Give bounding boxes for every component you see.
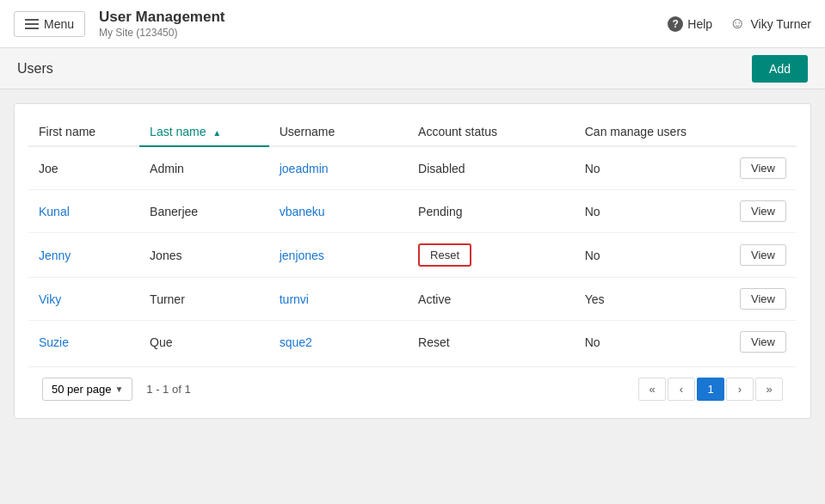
user-menu[interactable]: ☺ Viky Turner bbox=[730, 15, 811, 33]
cell-firstname: Kunal bbox=[28, 190, 139, 233]
table-header: First name Last name ▲ Username Account … bbox=[28, 118, 797, 146]
table-row: VikyTurnerturnviActiveYesView bbox=[28, 278, 797, 321]
col-header-status[interactable]: Account status bbox=[408, 118, 575, 146]
cell-status: Disabled bbox=[408, 146, 575, 190]
username-link[interactable]: sque2 bbox=[280, 335, 312, 349]
cell-status: Reset bbox=[408, 321, 575, 364]
cell-lastname: Jones bbox=[139, 233, 269, 278]
current-page-button[interactable]: 1 bbox=[697, 378, 724, 401]
table-row: SuzieQuesque2ResetNoView bbox=[28, 321, 797, 364]
username-link[interactable]: vbaneku bbox=[280, 205, 325, 218]
cell-lastname: Turner bbox=[139, 278, 269, 321]
cell-action: View bbox=[723, 278, 797, 321]
pagination-controls: « ‹ 1 › » bbox=[638, 378, 783, 401]
cell-action: View bbox=[723, 321, 797, 364]
username-link[interactable]: jenjones bbox=[280, 249, 324, 262]
view-button[interactable]: View bbox=[740, 157, 786, 179]
reset-status-button[interactable]: Reset bbox=[418, 243, 471, 267]
user-icon: ☺ bbox=[730, 15, 745, 33]
footer-left: 50 per page ▼ 1 - 1 of 1 bbox=[42, 378, 191, 401]
col-header-lastname[interactable]: Last name ▲ bbox=[139, 118, 269, 146]
pagination-info: 1 - 1 of 1 bbox=[146, 383, 190, 396]
cell-status: Pending bbox=[408, 190, 575, 233]
cell-username: joeadmin bbox=[269, 146, 408, 190]
table-row: KunalBanerjeevbanekuPendingNoView bbox=[28, 190, 797, 233]
top-bar-right: ? Help ☺ Viky Turner bbox=[668, 15, 811, 33]
firstname-link[interactable]: Kunal bbox=[39, 205, 70, 218]
firstname-link[interactable]: Viky bbox=[39, 292, 61, 306]
cell-manage: No bbox=[575, 146, 723, 190]
view-button[interactable]: View bbox=[740, 288, 786, 310]
sort-arrow-icon: ▲ bbox=[212, 128, 221, 138]
prev-page-button[interactable]: ‹ bbox=[668, 378, 695, 401]
page-title: Users bbox=[17, 61, 53, 77]
last-page-button[interactable]: » bbox=[755, 378, 783, 401]
cell-username: jenjones bbox=[269, 233, 408, 278]
per-page-select[interactable]: 50 per page ▼ bbox=[42, 378, 132, 401]
page-header: Users Add bbox=[0, 48, 825, 89]
add-button[interactable]: Add bbox=[752, 55, 808, 83]
site-info: User Management My Site (123450) bbox=[99, 8, 225, 40]
first-page-button[interactable]: « bbox=[638, 378, 666, 401]
cell-action: View bbox=[723, 233, 797, 278]
table-footer: 50 per page ▼ 1 - 1 of 1 « ‹ 1 › » bbox=[28, 366, 797, 404]
main-content: First name Last name ▲ Username Account … bbox=[0, 89, 825, 433]
cell-username: vbaneku bbox=[269, 190, 408, 233]
top-bar-left: Menu User Management My Site (123450) bbox=[14, 8, 225, 40]
user-name: Viky Turner bbox=[750, 17, 811, 31]
table-row: JennyJonesjenjonesResetNoView bbox=[28, 233, 797, 278]
cell-status: Active bbox=[408, 278, 575, 321]
cell-manage: No bbox=[575, 233, 723, 278]
cell-manage: No bbox=[575, 321, 723, 364]
col-header-firstname[interactable]: First name bbox=[28, 118, 139, 146]
view-button[interactable]: View bbox=[740, 244, 786, 266]
col-header-action bbox=[723, 118, 797, 146]
site-subtitle: My Site (123450) bbox=[99, 27, 225, 40]
col-header-username[interactable]: Username bbox=[269, 118, 408, 146]
cell-lastname: Que bbox=[139, 321, 269, 364]
cell-action: View bbox=[723, 190, 797, 233]
cell-lastname: Admin bbox=[139, 146, 269, 190]
username-link[interactable]: joeadmin bbox=[280, 162, 329, 175]
dropdown-arrow-icon: ▼ bbox=[114, 384, 123, 394]
site-title: User Management bbox=[99, 8, 225, 27]
table-container: First name Last name ▲ Username Account … bbox=[14, 103, 811, 419]
cell-username: turnvi bbox=[269, 278, 408, 321]
table-row: JoeAdminjoeadminDisabledNoView bbox=[28, 146, 797, 190]
cell-username: sque2 bbox=[269, 321, 408, 364]
help-icon: ? bbox=[668, 16, 683, 32]
cell-status: Reset bbox=[408, 233, 575, 278]
cell-manage: No bbox=[575, 190, 723, 233]
col-header-manage[interactable]: Can manage users bbox=[575, 118, 723, 146]
firstname-link[interactable]: Suzie bbox=[39, 335, 69, 349]
menu-label: Menu bbox=[44, 17, 74, 31]
view-button[interactable]: View bbox=[740, 200, 786, 222]
username-link[interactable]: turnvi bbox=[280, 292, 309, 306]
hamburger-icon bbox=[25, 19, 39, 29]
cell-firstname: Suzie bbox=[28, 321, 139, 364]
help-link[interactable]: ? Help bbox=[668, 16, 712, 32]
view-button[interactable]: View bbox=[740, 331, 786, 353]
cell-firstname: Joe bbox=[28, 146, 139, 190]
menu-button[interactable]: Menu bbox=[14, 11, 85, 37]
cell-lastname: Banerjee bbox=[139, 190, 269, 233]
cell-firstname: Viky bbox=[28, 278, 139, 321]
table-body: JoeAdminjoeadminDisabledNoViewKunalBaner… bbox=[28, 146, 797, 363]
firstname-link[interactable]: Jenny bbox=[39, 249, 71, 262]
help-label: Help bbox=[687, 17, 712, 31]
users-table: First name Last name ▲ Username Account … bbox=[28, 118, 797, 363]
cell-manage: Yes bbox=[575, 278, 723, 321]
top-bar: Menu User Management My Site (123450) ? … bbox=[0, 0, 825, 48]
cell-action: View bbox=[723, 146, 797, 190]
per-page-label: 50 per page bbox=[52, 383, 111, 396]
cell-firstname: Jenny bbox=[28, 233, 139, 278]
next-page-button[interactable]: › bbox=[726, 378, 754, 401]
